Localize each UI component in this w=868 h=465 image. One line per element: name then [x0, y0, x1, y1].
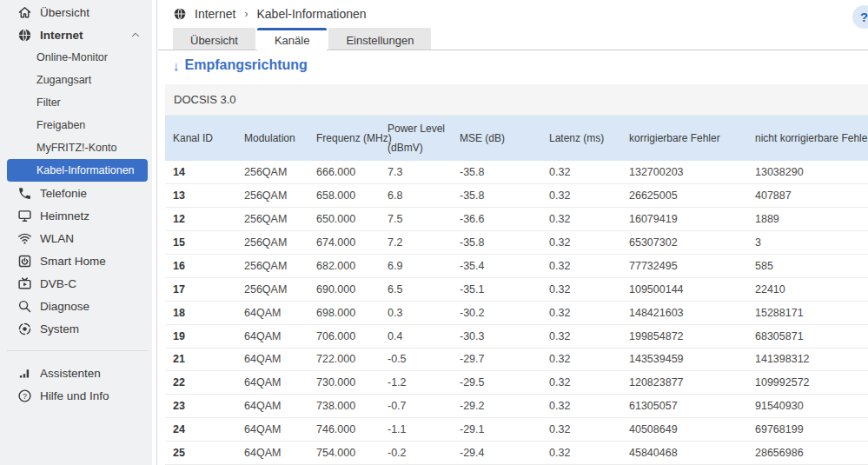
table-cell: 14 — [165, 166, 236, 178]
table-cell: 738.000 — [308, 400, 380, 412]
sidebar-subitem-myfritz-konto[interactable]: MyFRITZ!-Konto — [7, 136, 148, 159]
table-cell: 132700203 — [621, 166, 747, 178]
table-cell: 7.2 — [380, 236, 452, 249]
table-cell: 256QAM — [236, 260, 308, 272]
tab-einstellungen[interactable]: Einstellungen — [328, 28, 431, 50]
table-cell: 22410 — [747, 283, 868, 296]
breadcrumb-page: Kabel-Informationen — [256, 7, 366, 21]
sidebar-border — [152, 0, 157, 465]
table-cell: 13038290 — [747, 166, 868, 178]
table-cell: -35.4 — [452, 260, 541, 272]
sidebar-subitem-label: Kabel-Informationen — [36, 164, 135, 176]
table-cell: 19 — [165, 330, 236, 342]
table-row: 2264QAM730.000-1.2-29.50.321208238771099… — [165, 371, 868, 395]
tab--bersicht[interactable]: Übersicht — [173, 28, 255, 50]
smart-home-icon — [17, 254, 32, 269]
table-cell: 28656986 — [747, 447, 868, 459]
table-row: 17256QAM690.0006.5-35.10.321095001442241… — [165, 278, 868, 302]
sidebar-subitem-kabel-informationen[interactable]: Kabel-Informationen — [7, 159, 148, 182]
tv-icon — [17, 276, 32, 291]
breadcrumb-separator-icon: › — [244, 8, 248, 20]
table-cell: 24 — [165, 423, 236, 435]
tab-kan-le[interactable]: Kanäle — [257, 28, 327, 50]
sidebar-item-internet[interactable]: Internet — [0, 23, 152, 46]
table-cell: 141398312 — [747, 353, 868, 365]
table-cell: 64QAM — [236, 330, 308, 342]
table-row: 2564QAM754.000-0.2-29.40.324584046828656… — [165, 442, 868, 465]
table-cell: -0.2 — [380, 447, 452, 459]
table-cell: 21 — [165, 353, 236, 365]
table-cell: -0.5 — [380, 353, 452, 365]
table-cell: 0.32 — [541, 283, 621, 296]
wifi-icon — [17, 231, 32, 246]
sidebar-item-heimnetz[interactable]: Heimnetz — [0, 204, 152, 227]
column-header: Kanal ID — [165, 125, 236, 151]
sidebar-subitem-zugangsart[interactable]: Zugangsart — [7, 69, 148, 91]
table-cell: 69768199 — [747, 423, 868, 435]
table-cell: 6.9 — [380, 260, 452, 272]
sidebar-item-label: Hilfe und Info — [40, 389, 109, 402]
sidebar-item-hilfe-und-info[interactable]: ?Hilfe und Info — [0, 384, 152, 407]
table-cell: 64QAM — [236, 447, 308, 459]
table-cell: 16 — [165, 260, 236, 272]
sidebar-item-telefonie[interactable]: Telefonie — [0, 182, 152, 204]
table-cell: 754.000 — [308, 447, 380, 459]
sidebar-subitem-online-monitor[interactable]: Online-Monitor — [7, 46, 148, 69]
table-cell: 61305057 — [621, 400, 747, 412]
sidebar-item-smart-home[interactable]: Smart Home — [0, 249, 152, 272]
table-row: 2164QAM722.000-0.5-29.70.321435394591413… — [165, 349, 868, 372]
sidebar-item-uebersicht[interactable]: Übersicht — [0, 1, 152, 23]
globe-icon — [17, 28, 32, 43]
table-cell: 16079419 — [621, 213, 747, 225]
table-cell: 674.000 — [308, 236, 380, 249]
sidebar-item-label: WLAN — [40, 232, 74, 245]
breadcrumb-section[interactable]: Internet — [195, 7, 235, 21]
table-cell: 109992572 — [747, 376, 868, 389]
sidebar-item-system[interactable]: System — [0, 317, 152, 340]
sidebar-item-wlan[interactable]: WLAN — [0, 227, 152, 249]
table-cell: 18 — [165, 307, 236, 319]
target-icon — [17, 322, 32, 336]
table-cell: -35.8 — [452, 236, 541, 249]
chevron-up-icon[interactable] — [130, 30, 141, 40]
table-cell: 120823877 — [621, 376, 747, 389]
sidebar-item-label: Telefonie — [40, 187, 87, 200]
table-cell: 698.000 — [308, 307, 380, 319]
table-cell: 3 — [747, 236, 868, 249]
table-cell: 7.3 — [380, 166, 452, 178]
table-cell: 256QAM — [236, 236, 308, 249]
sidebar-item-assistenten[interactable]: Assistenten — [0, 362, 152, 384]
table-cell: 26625005 — [621, 189, 747, 202]
table-cell: 91540930 — [747, 400, 868, 412]
sidebar-subitem-freigaben[interactable]: Freigaben — [7, 114, 148, 136]
table-cell: 0.32 — [541, 353, 621, 365]
sidebar-subitem-label: Online-Monitor — [36, 51, 108, 63]
table-cell: 40508649 — [621, 423, 747, 435]
tab-bar: ÜbersichtKanäleEinstellungen — [158, 28, 868, 50]
table-cell: 13 — [165, 189, 236, 202]
sidebar-subitem-filter[interactable]: Filter — [7, 91, 148, 114]
table-cell: 15288171 — [747, 307, 868, 319]
table-cell: 650.000 — [308, 213, 380, 225]
tab-label: Übersicht — [190, 34, 238, 47]
table-cell: 6.8 — [380, 189, 452, 202]
sidebar-item-label: Internet — [40, 29, 83, 42]
table-cell: -35.8 — [452, 166, 541, 178]
table-cell: 64QAM — [236, 353, 308, 365]
table-cell: 0.3 — [380, 307, 452, 319]
table-row: 2464QAM746.000-1.1-29.10.324050864969768… — [165, 418, 868, 442]
table-cell: 746.000 — [308, 423, 380, 435]
table-cell: -30.2 — [452, 307, 541, 319]
table-cell: 256QAM — [236, 166, 308, 178]
table-cell: -30.3 — [452, 330, 541, 342]
table-row: 14256QAM666.0007.3-35.80.321327002031303… — [165, 161, 868, 184]
table-cell: -29.1 — [452, 423, 541, 435]
table-cell: 109500144 — [621, 283, 747, 296]
sidebar-item-dvb-c[interactable]: DVB-C — [0, 272, 152, 295]
table-cell: 64QAM — [236, 423, 308, 435]
column-header: nicht korrigierbare Fehler — [747, 125, 868, 151]
table-cell: 25 — [165, 447, 236, 459]
table-cell: -29.7 — [452, 353, 541, 365]
sidebar-item-diagnose[interactable]: Diagnose — [0, 295, 152, 317]
table-cell: 143539459 — [621, 353, 747, 365]
